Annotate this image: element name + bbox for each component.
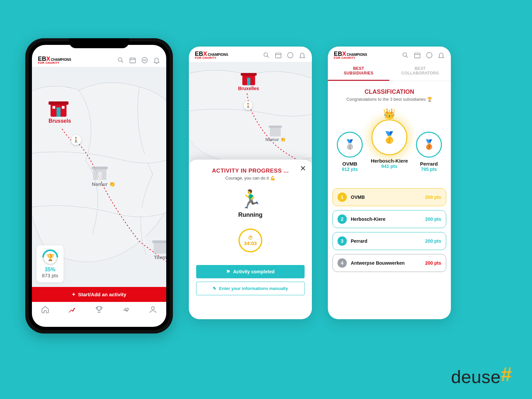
nav-home-icon[interactable] [41, 305, 50, 314]
start-activity-button[interactable]: + Start/Add an activity [32, 287, 166, 302]
close-icon[interactable]: ✕ [300, 164, 306, 173]
rank-points: 200 pts [425, 216, 441, 222]
svg-point-20 [151, 307, 154, 310]
flag-icon: ⚑ [226, 269, 230, 274]
app-logo: EBXCHAMPIONS FOR CHARITY [195, 51, 228, 59]
podium-third-name: Perrard [412, 161, 446, 167]
plus-icon: + [72, 291, 75, 298]
svg-point-31 [403, 53, 407, 57]
svg-rect-2 [130, 58, 136, 63]
pen-icon: ✎ [213, 286, 216, 291]
city-mid-label: Namur [92, 181, 108, 187]
running-icon: 🏃‍♂️ [196, 189, 305, 209]
app-logo: EBXCHAMPIONS FOR CHARITY [38, 56, 71, 64]
svg-rect-27 [241, 73, 257, 76]
tab-subsidiaries[interactable]: BESTSUBSIDIARIES [328, 62, 389, 81]
svg-rect-13 [53, 106, 55, 109]
route-map[interactable]: Bruxelles 🚶 Namur 👏 [189, 62, 312, 162]
nav-activity-icon[interactable] [68, 305, 76, 314]
svg-rect-29 [270, 127, 281, 137]
rank-points: 200 pts [425, 260, 441, 266]
svg-rect-18 [154, 242, 166, 254]
city-end-marker: Town [152, 240, 166, 260]
podium-first-points: 941 pts [371, 164, 408, 169]
calendar-icon[interactable] [414, 52, 421, 59]
bell-icon[interactable] [438, 52, 445, 59]
rank-number: 3 [337, 236, 347, 246]
search-icon[interactable] [117, 57, 124, 64]
svg-rect-14 [62, 106, 65, 109]
podium-first-name: Herbosch-Kiere [371, 158, 408, 164]
city-mid-marker: Namur 👏 [92, 166, 115, 187]
nav-profile-icon[interactable] [149, 305, 157, 314]
svg-rect-12 [57, 107, 61, 117]
svg-point-8 [144, 60, 145, 61]
svg-rect-28 [247, 78, 250, 85]
podium-third-points: 795 pts [412, 167, 446, 172]
podium-second[interactable]: 🥈 [337, 132, 363, 158]
rank-number: 1 [337, 193, 347, 202]
tab-collaborators[interactable]: BESTCOLLABORATORS [389, 62, 451, 81]
ranking-row[interactable]: 2Herbosch-Kiere200 pts [332, 210, 446, 228]
city-start-marker: Brussels [49, 100, 71, 124]
route-map[interactable]: Brussels 🚶 Namur 👏 Town 35% 873 pts [32, 67, 166, 287]
ranking-row[interactable]: 1OVMB200 pts [332, 188, 446, 206]
rank-number: 4 [337, 258, 347, 268]
chat-icon[interactable] [426, 52, 433, 59]
complete-activity-button[interactable]: ⚑ Activity completed [196, 265, 305, 278]
city-mid-marker: Namur 👏 [265, 125, 286, 142]
ranking-row[interactable]: 4Antwerpse Bouwwerken200 pts [332, 254, 446, 272]
rank-number: 2 [337, 214, 347, 224]
city-mid-label: Namur [265, 137, 279, 142]
progress-points: 873 pts [42, 273, 58, 278]
activity-modal-subtitle: Courage, you can do it 💪 [196, 176, 305, 181]
classification-title: CLASSIFICATION [328, 88, 451, 95]
activity-timer: ⏱ 34:03 [238, 228, 262, 252]
svg-rect-19 [152, 240, 166, 243]
activity-modal: ✕ ACTIVITY IN PROGRESS ... Courage, you … [189, 160, 312, 319]
calendar-icon[interactable] [129, 57, 136, 64]
bell-icon[interactable] [299, 52, 306, 59]
bell-icon[interactable] [153, 57, 160, 64]
svg-line-1 [122, 61, 123, 63]
svg-rect-23 [276, 53, 281, 58]
nav-trophy-icon[interactable] [95, 305, 103, 314]
svg-rect-17 [98, 172, 102, 180]
ranking-list: 1OVMB200 pts2Herbosch-Kiere200 pts3Perra… [328, 186, 451, 277]
ranking-row[interactable]: 3Perrard200 pts [332, 232, 446, 250]
progress-ring-icon [39, 246, 62, 269]
city-start-label: Bruxelles [238, 86, 259, 91]
app-header: EBXCHAMPIONS FOR CHARITY [189, 47, 312, 62]
crown-icon: 👑 [371, 108, 408, 119]
city-end-label: Town [152, 254, 166, 260]
rank-name: Antwerpse Bouwwerken [351, 260, 421, 266]
calendar-icon[interactable] [275, 52, 282, 59]
podium-second-name: OVMB [333, 161, 366, 167]
chat-icon[interactable] [141, 57, 148, 64]
app-header: EBXCHAMPIONS FOR CHARITY [328, 47, 451, 62]
activity-modal-title: ACTIVITY IN PROGRESS ... [196, 168, 305, 174]
podium-first[interactable]: 🥇 [371, 119, 407, 155]
search-icon[interactable] [263, 52, 270, 59]
svg-rect-33 [415, 53, 420, 58]
classification-subtitle: Congratulations to the 3 best subsidiari… [334, 97, 444, 102]
city-start-marker: Bruxelles [238, 72, 259, 91]
svg-rect-11 [49, 101, 68, 105]
bottom-nav [32, 302, 166, 319]
ranking-tabs: BESTSUBSIDIARIES BESTCOLLABORATORS [328, 62, 451, 81]
brand-deuse: deuse# [451, 363, 512, 387]
search-icon[interactable] [402, 52, 409, 59]
rank-points: 200 pts [425, 238, 441, 244]
nav-charity-icon[interactable] [122, 305, 130, 314]
svg-point-21 [264, 53, 268, 57]
stopwatch-icon: ⏱ [248, 235, 253, 240]
timer-value: 34:03 [244, 240, 257, 246]
chat-icon[interactable] [287, 52, 294, 59]
city-start-label: Brussels [49, 118, 71, 124]
rank-name: Perrard [351, 238, 421, 244]
svg-line-22 [267, 56, 269, 58]
podium-third[interactable]: 🥉 [416, 132, 442, 158]
progress-card[interactable]: 35% 873 pts [37, 245, 64, 282]
rank-points: 200 pts [425, 195, 441, 200]
manual-entry-button[interactable]: ✎ Enter your informations manually [196, 282, 305, 295]
